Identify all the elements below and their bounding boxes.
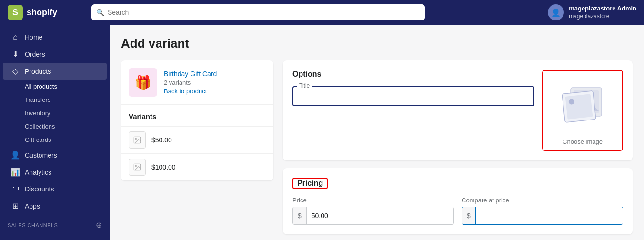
compare-price-input[interactable] bbox=[476, 207, 623, 224]
options-title: Options bbox=[292, 70, 534, 79]
svg-rect-8 bbox=[565, 94, 593, 119]
table-row: $100.00 bbox=[121, 153, 273, 180]
sub-item-label: Transfers bbox=[25, 96, 50, 103]
compare-price-label: Compare at price bbox=[462, 197, 623, 204]
sidebar-item-discounts[interactable]: 🏷 Discounts bbox=[3, 181, 107, 197]
price-label: Price bbox=[292, 197, 454, 204]
sub-item-label: All products bbox=[25, 83, 57, 90]
logo-area: S shopify bbox=[8, 5, 84, 20]
title-input[interactable] bbox=[292, 86, 534, 106]
home-icon: ⌂ bbox=[10, 33, 20, 41]
price-currency: $ bbox=[293, 207, 307, 224]
sidebar-item-analytics[interactable]: 📊 Analytics bbox=[3, 164, 107, 180]
left-column: 🎁 Birthday Gift Card 2 variants Back to … bbox=[121, 60, 273, 234]
search-bar[interactable]: 🔍 bbox=[91, 4, 425, 20]
top-navigation: S shopify 🔍 👤 mageplazastore Admin magep… bbox=[0, 0, 644, 25]
compare-price-field: Compare at price $ bbox=[462, 197, 623, 225]
variant-thumbnail bbox=[129, 159, 146, 176]
variants-section-header: Variants bbox=[121, 105, 273, 126]
apps-icon: ⊞ bbox=[10, 201, 20, 210]
product-variants: 2 variants bbox=[164, 79, 266, 86]
sidebar-item-apps[interactable]: ⊞ Apps bbox=[3, 198, 107, 214]
sidebar-item-label: Analytics bbox=[25, 169, 51, 176]
variant-price: $50.00 bbox=[151, 136, 172, 144]
options-left: Options Title bbox=[292, 70, 534, 106]
sidebar-item-label: Discounts bbox=[25, 185, 54, 193]
variant-thumbnail bbox=[129, 131, 146, 149]
user-store: mageplazastore bbox=[569, 13, 636, 20]
analytics-icon: 📊 bbox=[10, 168, 20, 177]
page-title: Add variant bbox=[121, 36, 633, 51]
sidebar-item-label: Orders bbox=[25, 50, 45, 58]
back-to-product-link[interactable]: Back to product bbox=[164, 88, 266, 95]
pricing-card: Pricing Price $ Compare a bbox=[283, 168, 633, 234]
product-card: 🎁 Birthday Gift Card 2 variants Back to … bbox=[121, 60, 273, 180]
sidebar-item-label: Apps bbox=[25, 202, 40, 210]
sidebar-item-label: Home bbox=[25, 33, 42, 41]
discounts-icon: 🏷 bbox=[10, 185, 20, 193]
table-row: $50.00 bbox=[121, 126, 273, 153]
product-image-emoji: 🎁 bbox=[135, 75, 151, 90]
svg-point-3 bbox=[135, 165, 136, 166]
right-panel: Options Title bbox=[283, 60, 633, 234]
sidebar-sub-all-products[interactable]: All products bbox=[3, 80, 107, 93]
content-area: Add variant 🎁 Birthday Gift Card 2 varia… bbox=[110, 25, 644, 240]
pricing-title-row: Pricing bbox=[292, 178, 623, 189]
options-card: Options Title bbox=[283, 60, 633, 160]
orders-icon: ⬇ bbox=[10, 50, 20, 59]
title-form-group: Title bbox=[292, 86, 534, 106]
products-icon: ◇ bbox=[10, 67, 20, 76]
product-card-inner: 🎁 Birthday Gift Card 2 variants Back to … bbox=[121, 60, 273, 105]
search-input[interactable] bbox=[91, 4, 425, 20]
sales-channels-section: SALES CHANNELS ⊕ bbox=[0, 215, 110, 231]
compare-currency: $ bbox=[462, 207, 476, 224]
pricing-card-inner: Pricing Price $ Compare a bbox=[283, 168, 633, 234]
sidebar-sub-collections[interactable]: Collections bbox=[3, 120, 107, 133]
sub-item-label: Inventory bbox=[25, 110, 50, 117]
sidebar-item-label: Products bbox=[25, 68, 51, 75]
sidebar-sub-gift-cards[interactable]: Gift cards bbox=[3, 133, 107, 146]
product-info: Birthday Gift Card 2 variants Back to pr… bbox=[164, 70, 266, 95]
search-icon: 🔍 bbox=[96, 9, 104, 16]
sidebar-item-label: Customers bbox=[25, 151, 57, 159]
sidebar-item-home[interactable]: ⌂ Home bbox=[3, 29, 107, 45]
sidebar-item-orders[interactable]: ⬇ Orders bbox=[3, 46, 107, 62]
options-card-inner: Options Title bbox=[283, 60, 633, 160]
content-grid: 🎁 Birthday Gift Card 2 variants Back to … bbox=[121, 60, 633, 234]
product-name[interactable]: Birthday Gift Card bbox=[164, 70, 266, 78]
compare-price-input-wrap: $ bbox=[462, 207, 623, 225]
price-field: Price $ bbox=[292, 197, 454, 225]
sidebar-sub-inventory[interactable]: Inventory bbox=[3, 107, 107, 120]
choose-image-box[interactable]: Choose image bbox=[542, 70, 623, 151]
customers-icon: 👤 bbox=[10, 150, 20, 160]
sidebar-sub-transfers[interactable]: Transfers bbox=[3, 93, 107, 106]
sidebar: ⌂ Home ⬇ Orders ◇ Products All products … bbox=[0, 25, 110, 240]
add-sales-channel-icon[interactable]: ⊕ bbox=[96, 220, 102, 230]
svg-point-1 bbox=[135, 138, 136, 139]
avatar: 👤 bbox=[548, 4, 564, 20]
price-input-wrap: $ bbox=[292, 207, 454, 225]
choose-image-label: Choose image bbox=[563, 138, 603, 145]
shopify-logo-icon: S bbox=[8, 5, 23, 20]
main-layout: ⌂ Home ⬇ Orders ◇ Products All products … bbox=[0, 25, 644, 240]
logo-text: shopify bbox=[27, 8, 57, 18]
title-label: Title bbox=[297, 82, 312, 89]
user-name: mageplazastore Admin bbox=[569, 5, 636, 13]
sidebar-item-customers[interactable]: 👤 Customers bbox=[3, 147, 107, 163]
pricing-title: Pricing bbox=[292, 178, 328, 189]
price-input[interactable] bbox=[307, 207, 453, 224]
product-image: 🎁 bbox=[129, 68, 157, 97]
pricing-grid: Price $ Compare at price $ bbox=[292, 197, 623, 225]
sidebar-item-products[interactable]: ◇ Products bbox=[3, 63, 107, 80]
user-info: mageplazastore Admin mageplazastore bbox=[569, 5, 636, 20]
sub-item-label: Collections bbox=[25, 123, 55, 130]
choose-image-illustration bbox=[543, 71, 622, 133]
sub-item-label: Gift cards bbox=[25, 136, 51, 143]
user-area: 👤 mageplazastore Admin mageplazastore bbox=[548, 4, 636, 20]
sales-channels-label: SALES CHANNELS bbox=[8, 222, 58, 228]
variant-price: $100.00 bbox=[151, 163, 176, 171]
